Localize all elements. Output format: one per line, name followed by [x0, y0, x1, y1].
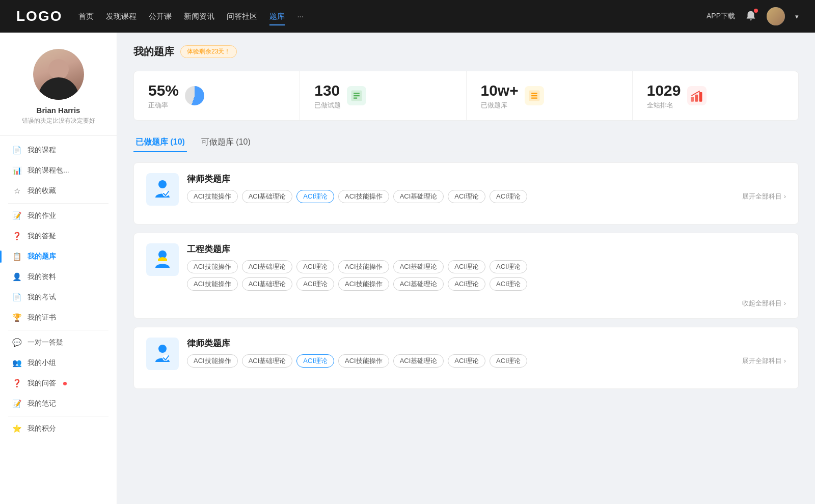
tag-1-6[interactable]: ACI理论: [490, 190, 527, 203]
sidebar-item-one-on-one[interactable]: 💬 一对一答疑: [0, 332, 117, 353]
tag-2b-6[interactable]: ACI理论: [490, 277, 527, 291]
tag-2-1[interactable]: ACI基础理论: [242, 260, 293, 273]
tag-3-0[interactable]: ACI技能操作: [187, 354, 238, 368]
user-avatar[interactable]: [767, 7, 785, 25]
tab-done[interactable]: 已做题库 (10): [133, 133, 187, 152]
nav-home[interactable]: 首页: [78, 10, 94, 23]
sidebar-item-favorites[interactable]: ☆ 我的收藏: [0, 181, 117, 201]
tag-2-6[interactable]: ACI理论: [490, 260, 527, 273]
sidebar-label-group: 我的小组: [28, 358, 56, 368]
stat-done-questions-label: 已做试题: [314, 101, 341, 110]
expand-link-3[interactable]: 展开全部科目 ›: [742, 356, 786, 366]
nav-qa[interactable]: 问答社区: [227, 10, 257, 23]
done-banks-icon: [525, 86, 544, 105]
done-questions-icon: [347, 86, 366, 105]
app-download-link[interactable]: APP下载: [707, 12, 735, 21]
tag-2b-5[interactable]: ACI理论: [448, 277, 485, 291]
qbank-icon-3: [146, 338, 179, 370]
tag-3-3[interactable]: ACI技能操作: [338, 354, 389, 368]
lawyer-icon-3: [151, 343, 174, 365]
sidebar-item-qa[interactable]: ❓ 我的答疑: [0, 226, 117, 246]
stat-accuracy-text: 55% 正确率: [148, 81, 179, 110]
svg-rect-10: [699, 92, 702, 102]
sidebar-label-my-qa: 我的问答: [28, 379, 56, 388]
nav-discover[interactable]: 发现课程: [106, 10, 137, 23]
qbank-icon: 📋: [12, 252, 21, 261]
tag-2-3[interactable]: ACI技能操作: [338, 260, 389, 273]
logo: LOGO: [16, 8, 62, 24]
bell-badge: [754, 9, 758, 13]
stat-done-questions-value: 130: [314, 81, 341, 100]
tag-1-4[interactable]: ACI基础理论: [393, 190, 444, 203]
sidebar-divider-2: [8, 330, 108, 330]
tag-1-1[interactable]: ACI基础理论: [242, 190, 293, 203]
sidebar-label-points: 我的积分: [28, 424, 56, 433]
tag-2-4[interactable]: ACI基础理论: [393, 260, 444, 273]
notification-bell[interactable]: [745, 10, 756, 23]
tag-2b-3[interactable]: ACI技能操作: [338, 277, 389, 291]
sidebar-item-my-qa[interactable]: ❓ 我的问答: [0, 373, 117, 394]
sidebar-item-my-course[interactable]: 📄 我的课程: [0, 140, 117, 160]
qbank-title-2: 工程类题库: [187, 243, 786, 255]
tag-3-6[interactable]: ACI理论: [490, 354, 527, 368]
course-pack-icon: 📊: [12, 166, 21, 175]
tag-1-5[interactable]: ACI理论: [448, 190, 485, 203]
collapse-label-2: 收起全部科目 ›: [742, 299, 786, 308]
tag-1-3[interactable]: ACI技能操作: [338, 190, 389, 203]
tags-row-2a: ACI技能操作 ACI基础理论 ACI理论 ACI技能操作 ACI基础理论 AC…: [187, 260, 786, 273]
sidebar-label-qbank: 我的题库: [28, 252, 56, 261]
homework-icon: 📝: [12, 211, 21, 220]
tag-2-0[interactable]: ACI技能操作: [187, 260, 238, 273]
stat-done-banks-label: 已做题库: [481, 101, 519, 110]
group-icon: 👥: [12, 358, 21, 368]
tag-2-2[interactable]: ACI理论: [296, 260, 334, 273]
one-on-one-icon: 💬: [12, 338, 21, 347]
tabs-row: 已做题库 (10) 可做题库 (10): [133, 133, 799, 152]
stat-rank-value: 1029: [647, 81, 681, 100]
sidebar-label-homework: 我的作业: [28, 211, 56, 220]
tag-2b-4[interactable]: ACI基础理论: [393, 277, 444, 291]
tag-3-2[interactable]: ACI理论: [296, 354, 334, 368]
sidebar-item-profile[interactable]: 👤 我的资料: [0, 267, 117, 287]
sidebar-divider-3: [8, 416, 108, 416]
stat-done-banks-value: 10w+: [481, 81, 519, 100]
sidebar-item-points[interactable]: ⭐ 我的积分: [0, 418, 117, 439]
sidebar-label-exam: 我的考试: [28, 293, 56, 302]
tag-2-5[interactable]: ACI理论: [448, 260, 485, 273]
lawyer-icon: [151, 178, 174, 201]
nav-news[interactable]: 新闻资讯: [184, 10, 214, 23]
sidebar-item-homework[interactable]: 📝 我的作业: [0, 206, 117, 226]
tag-3-4[interactable]: ACI基础理论: [393, 354, 444, 368]
tab-available[interactable]: 可做题库 (10): [199, 133, 253, 152]
qbank-card-2: 工程类题库 ACI技能操作 ACI基础理论 ACI理论 ACI技能操作 ACI基…: [133, 233, 799, 319]
profile-motto: 错误的决定比没有决定要好: [22, 117, 95, 125]
tag-3-5[interactable]: ACI理论: [448, 354, 485, 368]
tags-row-1: ACI技能操作 ACI基础理论 ACI理论 ACI技能操作 ACI基础理论 AC…: [187, 190, 786, 203]
qbank-header-3: 律师类题库 ACI技能操作 ACI基础理论 ACI理论 ACI技能操作 ACI基…: [146, 338, 786, 370]
nav-qbank[interactable]: 题库: [269, 10, 285, 23]
sidebar-item-exam[interactable]: 📄 我的考试: [0, 287, 117, 307]
svg-point-11: [158, 180, 167, 188]
tag-2b-2[interactable]: ACI理论: [296, 277, 334, 291]
tag-2b-0[interactable]: ACI技能操作: [187, 277, 238, 291]
sidebar-item-course-pack[interactable]: 📊 我的课程包...: [0, 160, 117, 181]
sidebar-item-group[interactable]: 👥 我的小组: [0, 353, 117, 373]
collapse-link-2[interactable]: 收起全部科目 ›: [146, 299, 786, 308]
engineer-icon: [151, 248, 174, 271]
stat-accuracy: 55% 正确率: [134, 71, 300, 120]
tag-3-1[interactable]: ACI基础理论: [242, 354, 293, 368]
sidebar-item-qbank[interactable]: 📋 我的题库: [0, 246, 117, 267]
sidebar-item-notes[interactable]: 📝 我的笔记: [0, 394, 117, 414]
svg-rect-14: [158, 259, 167, 261]
nav-more[interactable]: ···: [297, 10, 304, 23]
profile-icon: 👤: [12, 272, 21, 282]
sidebar-item-certificate[interactable]: 🏆 我的证书: [0, 307, 117, 328]
tag-1-0[interactable]: ACI技能操作: [187, 190, 238, 203]
page-title: 我的题库: [133, 45, 174, 59]
nav-open-course[interactable]: 公开课: [149, 10, 172, 23]
user-dropdown-arrow[interactable]: ▾: [795, 13, 799, 20]
stat-done-banks: 10w+ 已做题库: [467, 71, 633, 120]
tag-1-2[interactable]: ACI理论: [296, 190, 334, 203]
tag-2b-1[interactable]: ACI基础理论: [242, 277, 293, 291]
expand-link-1[interactable]: 展开全部科目 ›: [742, 192, 786, 201]
